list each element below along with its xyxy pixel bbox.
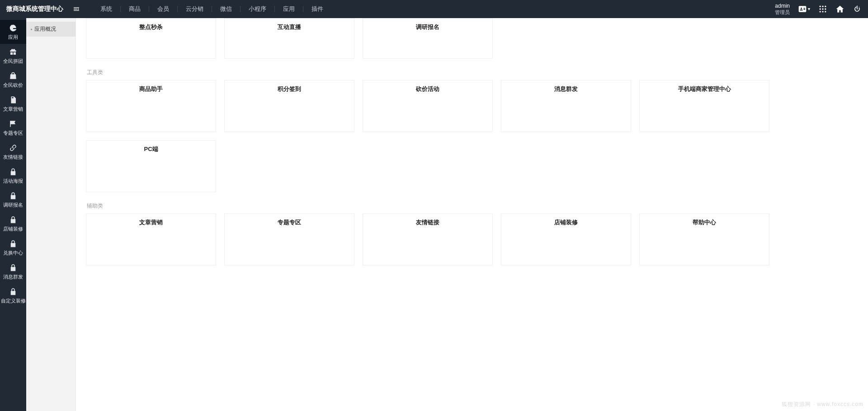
card-title: 积分签到 <box>229 85 349 93</box>
card-title: 商品助手 <box>91 85 211 93</box>
sidebar-item-label: 友情链接 <box>3 154 23 161</box>
lock-icon <box>9 168 17 176</box>
app-card[interactable]: 消息群发 <box>501 80 631 132</box>
app-card[interactable]: 整点秒杀 <box>86 18 216 59</box>
sidebar-toggle-button[interactable] <box>70 0 83 18</box>
user-role: 管理员 <box>775 9 790 15</box>
nav-miniprogram[interactable]: 小程序 <box>241 0 274 18</box>
lock-icon <box>9 288 17 296</box>
card-title: 友情链接 <box>368 218 488 227</box>
app-card[interactable]: 砍价活动 <box>363 80 493 132</box>
pie-chart-icon <box>9 24 17 32</box>
app-card[interactable]: 专题专区 <box>224 213 354 265</box>
svg-point-0 <box>820 5 821 7</box>
sidebar-item-exchange[interactable]: 兑换中心 <box>0 236 26 260</box>
card-title: 调研报名 <box>368 23 488 31</box>
nav-goods[interactable]: 商品 <box>121 0 149 18</box>
app-card[interactable]: 文章营销 <box>86 213 216 265</box>
sidebar-item-survey[interactable]: 调研报名 <box>0 188 26 212</box>
gift-icon <box>9 48 17 56</box>
link-icon <box>9 144 17 152</box>
svg-point-8 <box>825 11 826 12</box>
app-card[interactable]: 帮助中心 <box>639 213 769 265</box>
sidebar-item-pintuan[interactable]: 全民拼团 <box>0 44 26 68</box>
lock-icon <box>9 240 17 248</box>
nav-app[interactable]: 应用 <box>275 0 303 18</box>
top-nav: 系统 商品 会员 云分销 微信 小程序 应用 插件 <box>92 0 331 18</box>
card-title: 手机端商家管理中心 <box>644 85 764 93</box>
sidebar-item-label: 文章营销 <box>3 106 23 113</box>
sidebar-item-broadcast[interactable]: 消息群发 <box>0 260 26 283</box>
sidebar-item-article[interactable]: 文章营销 <box>0 92 26 116</box>
sidebar-item-poster[interactable]: 活动海报 <box>0 164 26 188</box>
sidebar-item-label: 专题专区 <box>3 130 23 137</box>
card-row-top: 整点秒杀 互动直播 调研报名 <box>86 18 858 59</box>
id-card-dropdown[interactable]: ▾ <box>798 5 810 14</box>
main-content[interactable]: 整点秒杀 互动直播 调研报名 工具类 商品助手 积分签到 砍价活动 消息群发 手… <box>76 18 868 411</box>
sidebar-item-label: 店铺装修 <box>3 226 23 232</box>
svg-point-4 <box>822 8 823 9</box>
app-card[interactable]: PC端 <box>86 140 216 192</box>
app-title: 微商城系统管理中心 <box>0 5 70 13</box>
sidebar-item-label: 全民砍价 <box>3 82 23 89</box>
nav-system[interactable]: 系统 <box>92 0 120 18</box>
submenu: 应用概况 <box>26 18 76 411</box>
user-info[interactable]: admin 管理员 <box>775 3 790 15</box>
sidebar-item-custom-decorate[interactable]: 自定义装修 <box>0 283 26 307</box>
card-title: 消息群发 <box>506 85 626 93</box>
section-title-tools: 工具类 <box>86 69 858 76</box>
card-title: 帮助中心 <box>644 218 764 227</box>
app-card[interactable]: 商品助手 <box>86 80 216 132</box>
sidebar-item-label: 全民拼团 <box>3 58 23 65</box>
nav-distribution[interactable]: 云分销 <box>178 0 212 18</box>
sidebar-item-label: 应用 <box>8 34 18 41</box>
app-card[interactable]: 友情链接 <box>363 213 493 265</box>
lock-icon <box>9 192 17 200</box>
card-title: PC端 <box>91 145 211 153</box>
lock-icon <box>9 216 17 224</box>
caret-down-icon: ▾ <box>808 6 810 11</box>
topbar: 微商城系统管理中心 系统 商品 会员 云分销 微信 小程序 应用 插件 admi… <box>0 0 868 18</box>
sidebar-item-label: 活动海报 <box>3 178 23 184</box>
card-title: 店铺装修 <box>506 218 626 227</box>
section-title-aux: 辅助类 <box>86 202 858 210</box>
app-card[interactable]: 店铺装修 <box>501 213 631 265</box>
bag-icon <box>9 72 17 80</box>
topbar-right: admin 管理员 ▾ <box>775 3 868 15</box>
sidebar-item-decorate[interactable]: 店铺装修 <box>0 212 26 236</box>
app-card[interactable]: 手机端商家管理中心 <box>639 80 769 132</box>
app-card[interactable]: 调研报名 <box>363 18 493 59</box>
sidebar-item-label: 调研报名 <box>3 202 23 208</box>
card-title: 文章营销 <box>91 218 211 227</box>
watermark: 狐狸资源网 · www.foxccs.com <box>782 401 863 408</box>
apps-button[interactable] <box>818 5 827 14</box>
card-row-aux: 文章营销 专题专区 友情链接 店铺装修 帮助中心 <box>86 213 858 265</box>
lock-icon <box>9 264 17 272</box>
submenu-item-overview[interactable]: 应用概况 <box>26 22 75 37</box>
power-button[interactable] <box>853 5 862 14</box>
card-title: 专题专区 <box>229 218 349 227</box>
sidebar: 应用 全民拼团 全民砍价 文章营销 专题专区 友情链接 活动海报 调研报名 店铺… <box>0 18 26 411</box>
svg-point-3 <box>820 8 821 9</box>
flag-icon <box>9 120 17 128</box>
sidebar-item-topic[interactable]: 专题专区 <box>0 116 26 140</box>
sidebar-item-app[interactable]: 应用 <box>0 20 26 44</box>
app-card[interactable]: 互动直播 <box>224 18 354 59</box>
document-icon <box>9 96 17 104</box>
nav-plugin[interactable]: 插件 <box>303 0 331 18</box>
card-row-tools: 商品助手 积分签到 砍价活动 消息群发 手机端商家管理中心 PC端 <box>86 80 858 192</box>
card-title: 整点秒杀 <box>91 23 211 31</box>
nav-wechat[interactable]: 微信 <box>212 0 240 18</box>
svg-point-6 <box>820 11 821 12</box>
home-button[interactable] <box>835 5 844 14</box>
svg-point-1 <box>822 5 823 7</box>
sidebar-item-links[interactable]: 友情链接 <box>0 140 26 164</box>
apps-icon <box>818 5 827 14</box>
sidebar-item-kanjia[interactable]: 全民砍价 <box>0 68 26 92</box>
svg-point-7 <box>822 11 823 12</box>
power-icon <box>853 5 862 14</box>
app-card[interactable]: 积分签到 <box>224 80 354 132</box>
id-card-icon <box>798 5 807 14</box>
nav-member[interactable]: 会员 <box>149 0 177 18</box>
menu-indent-icon <box>73 5 80 13</box>
